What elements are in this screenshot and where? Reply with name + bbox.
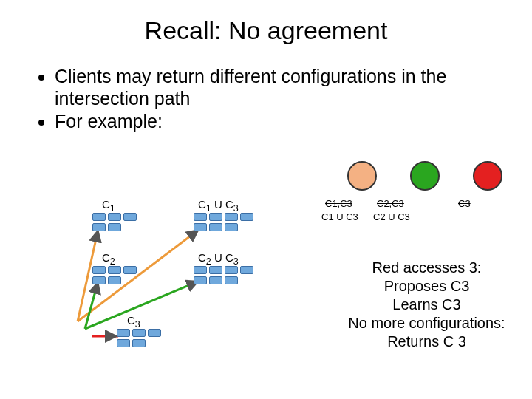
disc1-bot: C1 U C3: [321, 211, 358, 222]
svg-line-3: [85, 281, 200, 329]
red-l4: No more configurations:: [325, 314, 528, 332]
cluster-c1uc3: [194, 213, 262, 231]
label-c2: C2: [102, 251, 115, 267]
disc3-top: C3: [458, 198, 471, 209]
cluster-c2: [92, 266, 144, 284]
red-l3: Learns C3: [325, 296, 528, 314]
disc2-bot: C2 U C3: [373, 211, 410, 222]
disc-red: [473, 161, 502, 191]
disc2-top: C2,C3: [377, 198, 404, 209]
sub: 3: [135, 319, 140, 330]
bullet-2: For example:: [55, 111, 510, 133]
diagram-stage: C1 C2 C3 C1 U C3 C2 U C3 C1,C3 C1 U C3 C…: [0, 185, 532, 399]
label-c3: C3: [127, 314, 140, 330]
label-c2uc3: C2 U C3: [198, 251, 239, 267]
red-l1: Red accesses 3:: [325, 259, 528, 277]
cluster-c1: [92, 213, 144, 231]
label-c1uc3: C1 U C3: [198, 198, 239, 214]
sub: 2: [110, 256, 115, 267]
red-text-box: Red accesses 3: Proposes C3 Learns C3 No…: [325, 259, 528, 351]
disc1-top: C1,C3: [325, 198, 352, 209]
svg-line-2: [85, 281, 98, 329]
cluster-c3: [117, 329, 168, 347]
slide-title: Recall: No agreement: [0, 0, 532, 45]
red-l5: Returns C 3: [325, 332, 528, 351]
sub: 1: [110, 203, 115, 214]
label-c1: C1: [102, 198, 115, 214]
bullet-1: Clients may return different configurati…: [55, 66, 510, 109]
bullet-list: Clients may return different configurati…: [25, 66, 510, 133]
cluster-c2uc3: [194, 266, 262, 284]
disc-orange: [347, 161, 377, 191]
disc-green: [410, 161, 440, 191]
red-l2: Proposes C3: [325, 277, 528, 296]
